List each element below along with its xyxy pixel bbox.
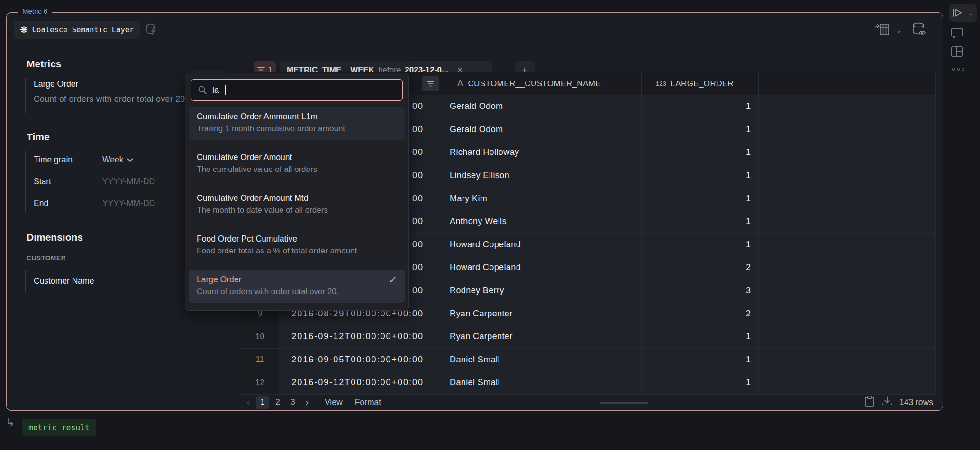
cell-large-order[interactable]: 2 xyxy=(642,256,759,279)
download-icon[interactable] xyxy=(881,396,893,409)
cell-customer-name[interactable]: Gerald Odom xyxy=(443,118,642,141)
metrics-heading: Metrics xyxy=(27,58,62,70)
cell-large-order[interactable]: 1 xyxy=(642,164,759,187)
prev-page-button[interactable]: ‹ xyxy=(243,397,254,407)
cell-customer-name[interactable]: Daniel Small xyxy=(443,349,642,371)
metric-search-dropdown: la Cumulative Order Ammount L1m Trailing… xyxy=(185,73,409,311)
metric-option[interactable]: Large Order Count of orders with order t… xyxy=(189,270,405,303)
cell-metric-time[interactable]: 2016-09-12T00:00:00+00:00 xyxy=(279,325,443,348)
chevron-down-icon xyxy=(127,158,133,162)
cell-large-order[interactable]: 3 xyxy=(642,279,759,302)
table-row: 11 2016-09-05T00:00:00+00:00 Daniel Smal… xyxy=(241,349,936,372)
table-footer: ‹ 1 2 3 › View Format 143 rows xyxy=(241,395,936,410)
cell-large-order[interactable]: 1 xyxy=(642,210,759,233)
run-cell-button[interactable]: ⌄ xyxy=(949,4,977,22)
end-date-input[interactable]: YYYY-MM-DD xyxy=(102,198,155,208)
cell-customer-name[interactable]: Ryan Carpenter xyxy=(443,325,642,348)
cell-large-order[interactable]: 1 xyxy=(642,325,759,348)
cell-large-order[interactable]: 1 xyxy=(642,349,759,371)
insert-table-icon[interactable] xyxy=(874,22,890,38)
cell-customer-name[interactable]: Mary Kim xyxy=(443,187,642,210)
cell-large-order[interactable]: 1 xyxy=(642,141,759,164)
layout-icon[interactable] xyxy=(951,46,963,59)
cell-large-order[interactable]: 1 xyxy=(642,371,759,394)
search-icon xyxy=(198,85,207,95)
cell-empty xyxy=(759,141,936,164)
notebook-cell: Metric 6 ❋ Coalesce Semantic Layer ⌄ Met… xyxy=(6,12,943,411)
metric-option[interactable]: Cumulative Order Amount The cumulative v… xyxy=(189,147,405,180)
metric-option-title: Large Order xyxy=(197,273,400,286)
cell-customer-name[interactable]: Gerald Odom xyxy=(443,95,642,118)
pagination: ‹ 1 2 3 › xyxy=(243,396,312,409)
database-preview-icon[interactable] xyxy=(911,21,929,39)
cell-customer-name[interactable]: Ryan Carpenter xyxy=(443,302,642,325)
coalesce-logo-icon: ❋ xyxy=(20,25,28,35)
cell-customer-name[interactable]: Richard Holloway xyxy=(443,141,642,164)
output-arrow-icon: ↳ xyxy=(6,416,15,429)
next-page-button[interactable]: › xyxy=(302,397,312,407)
metric-item-title[interactable]: Large Order xyxy=(34,79,78,89)
page-button-2[interactable]: 2 xyxy=(272,396,284,409)
cell-customer-name[interactable]: Lindsey Ellison xyxy=(443,164,642,187)
dimension-item-customer-name[interactable]: Customer Name xyxy=(34,276,94,286)
metric-option-description: The cumulative value of all orders xyxy=(197,163,400,176)
semantic-layer-label: Coalesce Semantic Layer xyxy=(32,26,134,34)
cell-customer-name[interactable]: Daniel Small xyxy=(443,371,642,394)
metric-item-description: Count of orders with order total over 20… xyxy=(34,94,188,104)
cell-large-order[interactable]: 1 xyxy=(642,95,759,118)
database-edit-icon[interactable] xyxy=(145,22,158,37)
cell-large-order[interactable]: 2 xyxy=(642,302,759,325)
search-input[interactable]: la xyxy=(191,79,403,101)
empty-column-header xyxy=(759,72,936,95)
metric-option-description: The month to date value of all orders xyxy=(197,204,400,216)
more-options-icon[interactable] xyxy=(952,68,964,71)
row-count-label: 143 rows xyxy=(899,397,933,407)
metric-option[interactable]: Cumulative Order Ammount L1m Trailing 1 … xyxy=(189,107,405,140)
dimension-tree-line xyxy=(25,270,26,292)
column-label: LARGE_ORDER xyxy=(671,79,734,89)
cell-customer-name[interactable]: Anthony Wells xyxy=(443,210,642,233)
column-header-customer-name[interactable]: A CUSTOMER__CUSTOMER_NAME xyxy=(443,72,642,95)
metric-option[interactable]: Food Order Pct Cumulative Food order tot… xyxy=(189,229,405,262)
text-type-icon: A xyxy=(457,79,463,89)
cell-customer-name[interactable]: Howard Copeland xyxy=(443,256,642,279)
dimension-group-label: CUSTOMER xyxy=(27,254,66,261)
text-caret xyxy=(225,85,226,95)
time-grain-select[interactable]: Week xyxy=(102,155,133,165)
time-grain-value: Week xyxy=(102,155,123,165)
page-button-3[interactable]: 3 xyxy=(287,396,299,409)
output-variable-chip[interactable]: metric_result xyxy=(22,419,96,436)
cell-large-order[interactable]: 1 xyxy=(642,118,759,141)
comment-icon[interactable] xyxy=(951,27,963,41)
table-row: 12 2016-09-12T00:00:00+00:00 Daniel Smal… xyxy=(241,371,936,395)
search-query: la xyxy=(212,85,219,95)
cell-metric-time[interactable]: 2016-09-05T00:00:00+00:00 xyxy=(279,349,443,371)
copy-icon[interactable] xyxy=(864,396,875,409)
semantic-layer-chip[interactable]: ❋ Coalesce Semantic Layer xyxy=(14,21,140,39)
cell-large-order[interactable]: 1 xyxy=(642,234,759,256)
cell-customer-name[interactable]: Howard Copeland xyxy=(443,234,642,256)
format-menu[interactable]: Format xyxy=(355,397,381,407)
time-heading: Time xyxy=(27,131,50,143)
cell-large-order[interactable]: 1 xyxy=(642,187,759,210)
metric-option-title: Cumulative Order Amount Mtd xyxy=(197,192,400,204)
row-number: 10 xyxy=(241,325,279,348)
cell-empty xyxy=(759,187,936,210)
row-number: 12 xyxy=(241,371,279,394)
view-menu[interactable]: View xyxy=(325,397,343,407)
page-button-1[interactable]: 1 xyxy=(256,396,269,409)
row-number: 11 xyxy=(241,349,279,371)
column-header-large-order[interactable]: 123 LARGE_ORDER xyxy=(642,72,759,95)
metric-option-list: Cumulative Order Ammount L1m Trailing 1 … xyxy=(185,107,408,303)
horizontal-scrollbar[interactable] xyxy=(600,402,648,404)
start-date-input[interactable]: YYYY-MM-DD xyxy=(102,177,155,187)
metric-option[interactable]: Cumulative Order Amount Mtd The month to… xyxy=(189,188,405,221)
run-options-chevron-icon[interactable]: ⌄ xyxy=(965,9,976,17)
column-filter-button[interactable] xyxy=(422,76,439,91)
cell-metric-time[interactable]: 2016-09-12T00:00:00+00:00 xyxy=(279,371,443,394)
cell-empty xyxy=(759,234,936,256)
chevron-down-icon[interactable]: ⌄ xyxy=(896,26,902,35)
column-label: CUSTOMER__CUSTOMER_NAME xyxy=(468,79,601,89)
dimensions-heading: Dimensions xyxy=(27,232,83,243)
cell-customer-name[interactable]: Rodney Berry xyxy=(443,279,642,302)
